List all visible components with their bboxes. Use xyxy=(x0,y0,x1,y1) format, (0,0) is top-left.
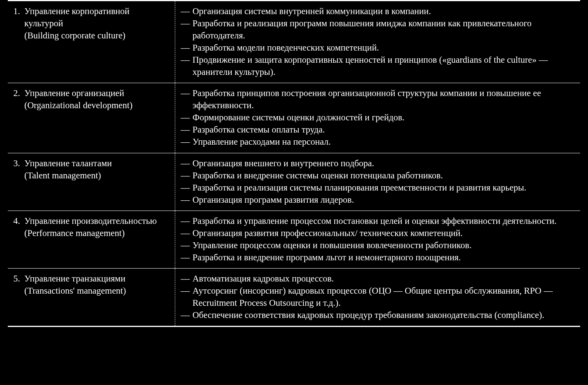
dash-icon: — xyxy=(181,227,192,239)
dash-icon: — xyxy=(181,215,192,227)
list-item-text: Продвижение и защита корпоративных ценно… xyxy=(192,54,575,78)
category-number: 3. xyxy=(13,157,24,169)
list-item: —Разработка и управление процессом поста… xyxy=(181,215,575,227)
dash-icon: — xyxy=(181,285,192,309)
list-item-text: Аутсорсинг (инсорсинг) кадровых процессо… xyxy=(192,285,575,309)
category-subtitle: (Performance management) xyxy=(24,227,169,239)
list-item: —Разработка и реализация программ повыше… xyxy=(181,17,575,42)
dash-icon: — xyxy=(181,136,192,148)
table-row: 1.Управление корпоративной культурой(Bui… xyxy=(8,1,580,83)
list-item-text: Формирование системы оценки должностей и… xyxy=(192,111,575,123)
list-item-text: Разработка и реализация системы планиров… xyxy=(192,182,575,194)
list-item-text: Управление расходами на персонал. xyxy=(192,136,575,148)
category-number: 2. xyxy=(13,87,24,99)
list-item-text: Разработка и внедрение системы оценки по… xyxy=(192,169,575,182)
list-item-text: Обеспечение соответствия кадровых процед… xyxy=(192,309,575,321)
dash-icon: — xyxy=(181,17,192,42)
category-number: 5. xyxy=(13,272,24,285)
bullet-list: —Организация системы внутренней коммуник… xyxy=(181,5,575,78)
list-item: —Разработка системы оплаты труда. xyxy=(181,123,575,136)
dash-icon: — xyxy=(181,272,192,285)
category-subtitle: (Transactions' management) xyxy=(24,285,169,297)
category-title: Управление транзакциями xyxy=(24,272,169,285)
list-item: —Автоматизация кадровых процессов. xyxy=(181,272,575,285)
details-cell: —Разработка принципов построения организ… xyxy=(175,83,581,153)
bullet-list: —Разработка и управление процессом поста… xyxy=(181,215,575,263)
dash-icon: — xyxy=(181,87,192,111)
details-cell: —Организация системы внутренней коммуник… xyxy=(175,1,581,83)
list-item: —Организация внешнего и внутреннего подб… xyxy=(181,157,575,169)
category-cell: 3.Управление талантами(Talent management… xyxy=(8,153,175,211)
list-item: —Управление процессом оценки и повышения… xyxy=(181,239,575,251)
category-number: 1. xyxy=(13,5,24,29)
table-row: 2.Управление организацией(Organizational… xyxy=(8,83,580,153)
list-item-text: Организация внешнего и внутреннего подбо… xyxy=(192,157,575,169)
list-item-text: Организация программ развития лидеров. xyxy=(192,194,575,206)
dash-icon: — xyxy=(181,5,192,17)
category-subtitle: (Organizational development) xyxy=(24,99,169,111)
details-cell: —Организация внешнего и внутреннего подб… xyxy=(175,153,581,211)
dash-icon: — xyxy=(181,42,192,54)
list-item: —Аутсорсинг (инсорсинг) кадровых процесс… xyxy=(181,285,575,309)
list-item: —Разработка и внедрение программ льгот и… xyxy=(181,251,575,263)
dash-icon: — xyxy=(181,239,192,251)
list-item: —Разработка и внедрение системы оценки п… xyxy=(181,169,575,182)
list-item-text: Организация системы внутренней коммуника… xyxy=(192,5,575,17)
list-item: —Разработка и реализация системы планиро… xyxy=(181,182,575,194)
table-row: 4.Управление производительностью(Perform… xyxy=(8,211,580,268)
list-item-text: Управление процессом оценки и повышения … xyxy=(192,239,575,251)
category-cell: 2.Управление организацией(Organizational… xyxy=(8,83,175,153)
list-item: —Организация развития профессиональных/ … xyxy=(181,227,575,239)
category-title: Управление талантами xyxy=(24,157,169,169)
table-row: 3.Управление талантами(Talent management… xyxy=(8,153,580,211)
category-number: 4. xyxy=(13,215,24,227)
category-subtitle: (Talent management) xyxy=(24,169,169,182)
details-cell: —Автоматизация кадровых процессов.—Аутсо… xyxy=(175,268,581,326)
dash-icon: — xyxy=(181,54,192,78)
dash-icon: — xyxy=(181,182,192,194)
list-item: —Формирование системы оценки должностей … xyxy=(181,111,575,123)
list-item-text: Автоматизация кадровых процессов. xyxy=(192,272,575,285)
hr-functions-table: 1.Управление корпоративной культурой(Bui… xyxy=(8,0,580,327)
dash-icon: — xyxy=(181,111,192,123)
list-item: —Разработка модели поведенческих компете… xyxy=(181,42,575,54)
list-item: —Продвижение и защита корпоративных ценн… xyxy=(181,54,575,78)
category-cell: 5.Управление транзакциями(Transactions' … xyxy=(8,268,175,326)
list-item: —Управление расходами на персонал. xyxy=(181,136,575,148)
list-item-text: Разработка и управление процессом постан… xyxy=(192,215,575,227)
list-item-text: Организация развития профессиональных/ т… xyxy=(192,227,575,239)
table-row: 5.Управление транзакциями(Transactions' … xyxy=(8,268,580,326)
list-item: —Разработка принципов построения организ… xyxy=(181,87,575,111)
dash-icon: — xyxy=(181,157,192,169)
list-item-text: Разработка и внедрение программ льгот и … xyxy=(192,251,575,263)
dash-icon: — xyxy=(181,169,192,182)
list-item-text: Разработка системы оплаты труда. xyxy=(192,123,575,136)
page: 1.Управление корпоративной культурой(Bui… xyxy=(0,0,588,385)
bullet-list: —Организация внешнего и внутреннего подб… xyxy=(181,157,575,206)
category-cell: 4.Управление производительностью(Perform… xyxy=(8,211,175,268)
list-item-text: Разработка и реализация программ повышен… xyxy=(192,17,575,42)
category-title: Управление организацией xyxy=(24,87,169,99)
list-item: —Организация программ развития лидеров. xyxy=(181,194,575,206)
list-item-text: Разработка принципов построения организа… xyxy=(192,87,575,111)
category-cell: 1.Управление корпоративной культурой(Bui… xyxy=(8,1,175,83)
dash-icon: — xyxy=(181,309,192,321)
category-subtitle: (Building corporate culture) xyxy=(24,29,169,42)
category-title: Управление производительностью xyxy=(24,215,169,227)
list-item-text: Разработка модели поведенческих компетен… xyxy=(192,42,575,54)
dash-icon: — xyxy=(181,194,192,206)
details-cell: —Разработка и управление процессом поста… xyxy=(175,211,581,268)
list-item: —Организация системы внутренней коммуник… xyxy=(181,5,575,17)
bullet-list: —Разработка принципов построения организ… xyxy=(181,87,575,148)
list-item: —Обеспечение соответствия кадровых проце… xyxy=(181,309,575,321)
category-title: Управление корпоративной культурой xyxy=(24,5,169,29)
bullet-list: —Автоматизация кадровых процессов.—Аутсо… xyxy=(181,272,575,321)
dash-icon: — xyxy=(181,123,192,136)
dash-icon: — xyxy=(181,251,192,263)
